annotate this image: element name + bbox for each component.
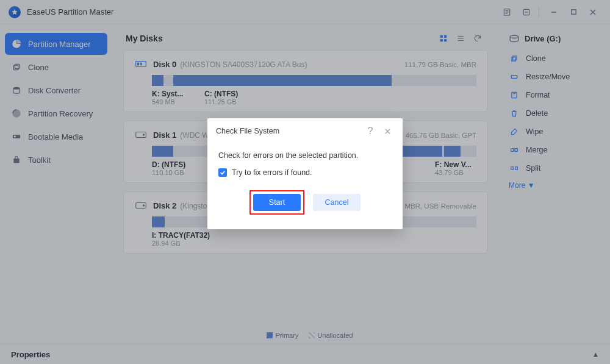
help-button[interactable]: ? <box>364 124 377 138</box>
modal-close-button[interactable] <box>381 124 394 138</box>
start-button-highlight: Start <box>249 190 304 215</box>
checkbox-label: Try to fix errors if found. <box>232 168 312 177</box>
cancel-button[interactable]: Cancel <box>313 194 361 211</box>
start-button[interactable]: Start <box>253 194 301 211</box>
modal-text: Check for errors on the selected partiti… <box>218 151 392 160</box>
check-filesystem-modal: Check File System ? Check for errors on … <box>207 118 403 229</box>
modal-title: Check File System <box>216 127 279 135</box>
fix-errors-checkbox[interactable] <box>218 168 227 177</box>
